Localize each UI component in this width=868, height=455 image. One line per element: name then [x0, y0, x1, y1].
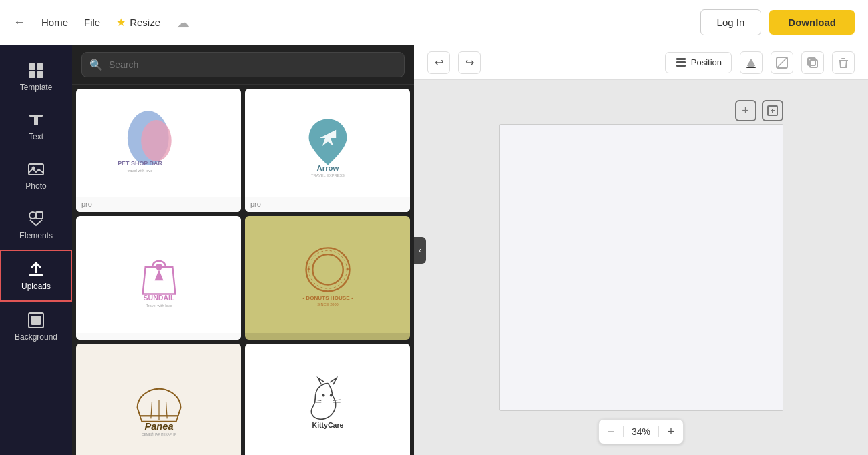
template-card-donuts-image: ✦ ✦ • DONUTS HOUSE • SINCE 2000 [245, 216, 410, 333]
template-card-petshop-label: pro [76, 197, 241, 212]
svg-rect-43 [676, 65, 686, 67]
template-card-panea[interactable]: Panea СЕМЕЙНАЯ ПЕКАРНЯ [76, 344, 241, 455]
svg-text:• DONUTS HOUSE •: • DONUTS HOUSE • [302, 294, 353, 300]
search-icon: 🔍 [89, 59, 103, 71]
template-card-petshop[interactable]: PET SHOP BAR travel with love pro [76, 89, 241, 212]
sidebar-item-elements[interactable]: Elements [0, 200, 72, 250]
template-grid: PET SHOP BAR travel with love pro Arrow [72, 85, 414, 455]
panea-logo-svg: Panea СЕМЕЙНАЯ ПЕКАРНЯ [116, 366, 202, 439]
search-input[interactable] [81, 52, 405, 77]
svg-point-8 [29, 212, 36, 219]
petshop-logo-svg: PET SHOP BAR travel with love [116, 107, 202, 180]
template-card-kittycare[interactable]: KittyCare [245, 344, 410, 455]
cloud-nav[interactable]: ☁ [176, 15, 190, 31]
resize-label: Resize [130, 17, 160, 28]
sidebar-item-text[interactable]: Text [0, 101, 72, 151]
svg-text:KittyCare: KittyCare [312, 421, 343, 429]
sidebar-item-template[interactable]: Template [0, 52, 72, 101]
search-bar-container: 🔍 [72, 45, 414, 85]
delete-icon [837, 56, 850, 69]
background-icon [27, 311, 45, 330]
icon-sidebar: Template Text Photo Elements [0, 45, 72, 455]
resize-nav[interactable]: ★ Resize [116, 16, 160, 29]
template-card-sundail[interactable]: SUNDAIL Travel with love [76, 216, 241, 340]
zoom-value: 34% [623, 426, 659, 437]
svg-point-34 [322, 394, 324, 396]
undo-button[interactable]: ↩ [427, 51, 450, 74]
svg-rect-0 [29, 63, 35, 70]
add-page-icon [766, 104, 779, 117]
svg-point-19 [156, 263, 162, 270]
sidebar-item-uploads[interactable]: Uploads [0, 250, 72, 302]
svg-text:СЕМЕЙНАЯ ПЕКАРНЯ: СЕМЕЙНАЯ ПЕКАРНЯ [141, 432, 176, 436]
add-page-before-button[interactable]: + [735, 100, 756, 121]
canvas-frame[interactable] [499, 124, 783, 411]
elements-icon [27, 209, 45, 228]
delete-button[interactable] [832, 51, 855, 74]
transparency-button[interactable] [771, 51, 793, 74]
svg-rect-1 [37, 63, 43, 70]
template-card-panea-image: Panea СЕМЕЙНАЯ ПЕКАРНЯ [76, 344, 241, 455]
svg-rect-9 [36, 212, 43, 219]
upload-icon [27, 260, 45, 279]
back-icon[interactable]: ← [13, 15, 25, 29]
template-card-donuts[interactable]: ✦ ✦ • DONUTS HOUSE • SINCE 2000 [245, 216, 410, 340]
svg-text:TRAVEL EXPRESS: TRAVEL EXPRESS [311, 173, 345, 177]
canvas-add-buttons: + [735, 100, 783, 121]
crown-icon: ★ [116, 16, 126, 29]
template-card-sundail-label [76, 333, 241, 340]
home-nav[interactable]: Home [41, 17, 68, 28]
photo-icon [27, 160, 45, 179]
zoom-controls: − 34% + [598, 419, 684, 444]
svg-rect-5 [34, 115, 38, 125]
add-page-after-button[interactable] [762, 100, 783, 121]
sidebar-text-label: Text [29, 132, 43, 141]
sidebar-item-photo[interactable]: Photo [0, 151, 72, 200]
svg-point-23 [312, 254, 343, 285]
svg-rect-10 [29, 274, 43, 276]
zoom-in-button[interactable]: + [659, 420, 683, 444]
canvas-workspace[interactable]: + [414, 80, 868, 455]
svg-text:travel with love: travel with love [127, 169, 152, 173]
svg-text:SUNDAIL: SUNDAIL [143, 294, 174, 302]
transparency-icon [775, 56, 789, 69]
template-card-sundail-image: SUNDAIL Travel with love [76, 216, 241, 333]
file-label: File [84, 17, 100, 28]
fill-button[interactable] [740, 51, 763, 74]
kittycare-logo-svg: KittyCare [284, 366, 371, 439]
sidebar-elements-label: Elements [19, 231, 53, 240]
svg-point-24 [308, 250, 347, 288]
svg-text:Panea: Panea [144, 420, 173, 431]
home-label: Home [41, 17, 68, 28]
template-card-arrow[interactable]: Arrow TRAVEL EXPRESS pro [245, 89, 410, 212]
svg-rect-3 [37, 71, 43, 78]
zoom-out-button[interactable]: − [599, 420, 623, 444]
svg-text:PET SHOP BAR: PET SHOP BAR [118, 159, 162, 166]
sidebar-uploads-label: Uploads [21, 282, 51, 291]
template-panel: 🔍 PET SHOP BAR travel with love [72, 45, 414, 455]
duplicate-button[interactable] [801, 51, 824, 74]
topbar: ← Home File ★ Resize ☁ Log In Download [0, 0, 868, 45]
text-icon [27, 111, 45, 129]
redo-button[interactable]: ↪ [458, 51, 481, 74]
layers-icon [675, 57, 687, 69]
sundail-logo-svg: SUNDAIL Travel with love [116, 238, 202, 312]
svg-text:SINCE 2000: SINCE 2000 [317, 302, 339, 306]
grid-icon [27, 61, 45, 80]
arrow-logo-svg: Arrow TRAVEL EXPRESS [284, 107, 371, 180]
sidebar-background-label: Background [15, 332, 57, 342]
sidebar-photo-label: Photo [25, 181, 46, 191]
download-button[interactable]: Download [769, 10, 855, 35]
svg-point-14 [141, 120, 172, 161]
duplicate-icon [806, 56, 819, 69]
template-card-arrow-image: Arrow TRAVEL EXPRESS [245, 89, 410, 197]
sidebar-item-background[interactable]: Background [0, 302, 72, 351]
panel-collapse-button[interactable]: ‹ [414, 237, 426, 264]
position-button[interactable]: Position [665, 52, 732, 73]
file-nav[interactable]: File [84, 17, 100, 28]
svg-rect-48 [808, 58, 815, 65]
login-button[interactable]: Log In [700, 9, 762, 35]
donuts-logo-svg: ✦ ✦ • DONUTS HOUSE • SINCE 2000 [284, 238, 371, 312]
template-card-kittycare-image: KittyCare [245, 344, 410, 455]
main-content: Template Text Photo Elements [0, 45, 868, 455]
